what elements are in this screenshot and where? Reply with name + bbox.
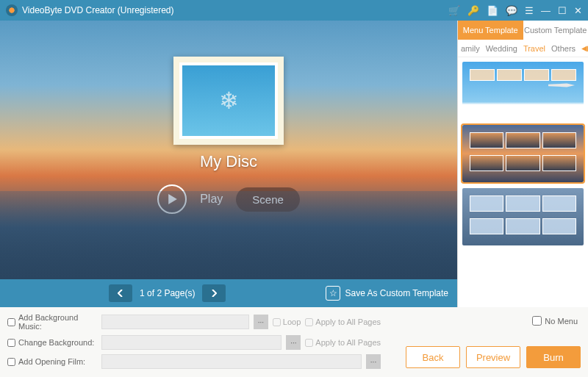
chevron-left-icon bbox=[118, 290, 123, 297]
opening-film-label[interactable]: Add Opening Film: bbox=[7, 357, 97, 366]
maximize-icon[interactable]: ☐ bbox=[558, 5, 567, 16]
titlebar: VideoByte DVD Creator (Unregistered) 🛒 🔑… bbox=[0, 0, 588, 21]
tab-custom-template[interactable]: Custom Template bbox=[523, 21, 589, 40]
option-bg-music-row: Add Background Music: ··· Loop Apply to … bbox=[7, 313, 381, 331]
bg-music-browse-button[interactable]: ··· bbox=[254, 315, 268, 329]
loop-checkbox bbox=[273, 318, 281, 326]
category-travel[interactable]: Travel bbox=[523, 44, 545, 53]
loop-label: Loop bbox=[283, 317, 301, 326]
menu-preview: ❄ My Disc Play Scene bbox=[0, 21, 457, 279]
cart-icon[interactable]: 🛒 bbox=[448, 5, 460, 16]
page-next-button[interactable] bbox=[202, 284, 226, 302]
window-controls: 🛒 🔑 📄 💬 ☰ — ☐ ✕ bbox=[448, 5, 582, 16]
save-template-label: Save As Custom Template bbox=[345, 288, 448, 298]
add-bg-music-checkbox[interactable] bbox=[7, 318, 15, 326]
category-others[interactable]: Others bbox=[551, 44, 576, 53]
tab-menu-template[interactable]: Menu Template bbox=[458, 21, 523, 40]
option-change-bg-row: Change Background: ··· Apply to All Page… bbox=[7, 335, 381, 350]
disc-title[interactable]: My Disc bbox=[200, 152, 257, 171]
opening-film-checkbox[interactable] bbox=[7, 358, 15, 366]
snowflake-icon: ❄ bbox=[182, 65, 275, 136]
template-item-sky[interactable] bbox=[462, 62, 584, 119]
template-sidebar: Menu Template Custom Template amily Wedd… bbox=[457, 21, 588, 307]
star-icon: ☆ bbox=[326, 286, 340, 301]
change-bg-browse-button[interactable]: ··· bbox=[286, 335, 301, 350]
bg-music-input[interactable] bbox=[101, 315, 249, 329]
key-icon[interactable]: 🔑 bbox=[467, 5, 479, 16]
reflection-overlay bbox=[0, 191, 457, 279]
apply-all-music-label: Apply to All Pages bbox=[315, 317, 381, 326]
page-indicator: 1 of 2 Page(s) bbox=[140, 288, 195, 298]
change-bg-input[interactable] bbox=[101, 335, 282, 350]
template-item-sunset[interactable] bbox=[462, 125, 584, 182]
menu-icon[interactable]: ☰ bbox=[525, 5, 534, 16]
no-menu-checkbox[interactable] bbox=[532, 316, 542, 326]
app-title: VideoByte DVD Creator (Unregistered) bbox=[22, 5, 448, 15]
template-item-blur[interactable] bbox=[462, 188, 584, 245]
video-thumbnail-frame[interactable]: ❄ bbox=[173, 57, 284, 145]
pager-bar: 1 of 2 Page(s) ☆ Save As Custom Template bbox=[0, 279, 457, 307]
apply-all-bg-label: Apply to All Pages bbox=[315, 338, 381, 347]
back-button[interactable]: Back bbox=[406, 346, 460, 368]
save-as-custom-template[interactable]: ☆ Save As Custom Template bbox=[326, 286, 448, 301]
burn-button[interactable]: Burn bbox=[526, 346, 581, 368]
option-opening-film-row: Add Opening Film: ··· bbox=[7, 354, 381, 369]
change-bg-checkbox[interactable] bbox=[7, 339, 15, 347]
apply-all-bg-checkbox bbox=[305, 339, 313, 347]
apply-all-music-checkbox bbox=[305, 318, 313, 326]
page-prev-button[interactable] bbox=[109, 284, 132, 302]
bottom-panel: Add Background Music: ··· Loop Apply to … bbox=[0, 307, 588, 377]
category-scroll-icon[interactable]: ◀▶ bbox=[581, 44, 588, 52]
add-bg-music-label[interactable]: Add Background Music: bbox=[7, 313, 97, 331]
opening-film-browse-button[interactable]: ··· bbox=[366, 354, 381, 369]
category-family[interactable]: amily bbox=[461, 44, 480, 53]
chevron-right-icon bbox=[211, 290, 217, 297]
category-row: amily Wedding Travel Others ◀▶ bbox=[458, 40, 588, 57]
preview-button[interactable]: Preview bbox=[466, 346, 520, 368]
template-list bbox=[458, 57, 588, 307]
chat-icon[interactable]: 💬 bbox=[506, 5, 517, 16]
opening-film-input[interactable] bbox=[101, 354, 362, 369]
category-wedding[interactable]: Wedding bbox=[486, 44, 517, 53]
file-icon[interactable]: 📄 bbox=[487, 5, 498, 16]
minimize-icon[interactable]: — bbox=[541, 5, 551, 16]
change-bg-label[interactable]: Change Background: bbox=[7, 338, 97, 347]
no-menu-label: No Menu bbox=[545, 317, 578, 326]
close-icon[interactable]: ✕ bbox=[574, 5, 582, 16]
app-logo-icon bbox=[6, 4, 18, 16]
no-menu-option[interactable]: No Menu bbox=[532, 316, 578, 326]
